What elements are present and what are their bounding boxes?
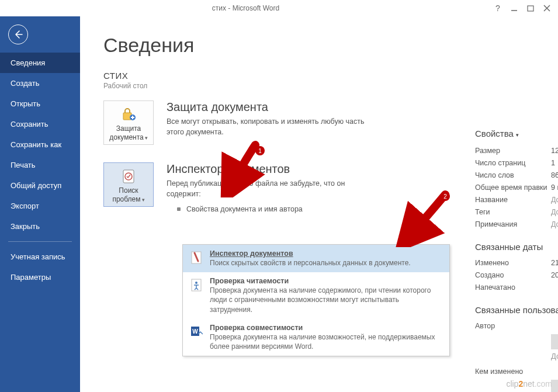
nav-share[interactable]: Общий доступ bbox=[0, 175, 80, 196]
property-label: Название bbox=[475, 196, 551, 204]
inspect-desc: Перед публикацией этого файла не забудьт… bbox=[167, 178, 377, 199]
nav-account[interactable]: Учетная запись bbox=[0, 247, 80, 267]
property-row: Размер12,0Кбайт bbox=[475, 144, 558, 157]
minimize-button[interactable] bbox=[508, 2, 521, 15]
restore-button[interactable] bbox=[524, 2, 537, 15]
document-name: СТИХ bbox=[103, 71, 542, 81]
dropdown-inspector-desc: Поиск скрытых свойств и персональных дан… bbox=[210, 258, 443, 268]
svg-rect-1 bbox=[528, 6, 533, 11]
dropdown-accessibility[interactable]: Проверка читаемости Проверка документа н… bbox=[183, 272, 449, 319]
add-author[interactable]: Добавить ав... bbox=[551, 352, 558, 360]
dropdown-compatibility-desc: Проверка документа на наличие возможност… bbox=[210, 332, 443, 351]
property-row: ТегиДобавьте тег bbox=[475, 206, 558, 218]
date-row: Напечатано bbox=[475, 281, 558, 293]
nav-new[interactable]: Создать bbox=[0, 73, 80, 93]
author-label: Автор bbox=[475, 322, 551, 330]
dropdown-inspector[interactable]: Инспектор документов Поиск скрытых свойс… bbox=[183, 245, 449, 272]
back-button[interactable] bbox=[8, 25, 28, 44]
page-title: Сведения bbox=[103, 34, 542, 57]
property-label: Число страниц bbox=[475, 159, 551, 167]
property-label: Размер bbox=[475, 147, 551, 155]
property-value[interactable]: Добавьте тег bbox=[551, 208, 558, 216]
close-button[interactable] bbox=[540, 2, 553, 15]
date-row: Создано20.11.2014 17:56 bbox=[475, 269, 558, 281]
bullet-icon bbox=[177, 207, 181, 211]
dropdown-inspector-title: Инспектор документов bbox=[210, 249, 443, 258]
date-label: Напечатано bbox=[475, 283, 551, 292]
lock-icon bbox=[106, 105, 151, 124]
changed-by-label: Кем изменено bbox=[475, 367, 551, 376]
inspect-heading: Инспектор документов bbox=[167, 162, 377, 176]
watermark: clip2net.com bbox=[506, 379, 552, 388]
check-issues-tile[interactable]: Поиск проблем▾ bbox=[103, 162, 154, 207]
chevron-down-icon: ▾ bbox=[516, 132, 519, 138]
dates-header: Связанные даты bbox=[475, 242, 558, 252]
property-value: 12,0Кбайт bbox=[551, 147, 558, 155]
property-row: ПримечанияДобавить пр... bbox=[475, 218, 558, 230]
document-location: Рабочий стол bbox=[103, 82, 542, 90]
dropdown-compatibility-title: Проверка совместимости bbox=[210, 324, 443, 332]
date-value: 21.11.2014 12:08 bbox=[551, 259, 558, 267]
dropdown-accessibility-title: Проверка читаемости bbox=[210, 277, 443, 285]
nav-print[interactable]: Печать bbox=[0, 155, 80, 175]
nav-save[interactable]: Сохранить bbox=[0, 114, 80, 134]
properties-header[interactable]: Свойства ▾ bbox=[475, 129, 558, 138]
nav-close[interactable]: Закрыть bbox=[0, 216, 80, 237]
property-value[interactable]: Добавить наз... bbox=[551, 196, 558, 204]
annotation-badge-1: 1 bbox=[255, 146, 265, 155]
users-header: Связанные пользователи bbox=[475, 305, 558, 315]
dropdown-compatibility[interactable]: W Проверка совместимости Проверка докуме… bbox=[183, 319, 449, 356]
property-value: 9 мин bbox=[551, 183, 558, 192]
help-button[interactable]: ? bbox=[491, 2, 504, 15]
inspector-icon bbox=[189, 249, 204, 268]
avatar-icon bbox=[551, 334, 558, 349]
check-issues-dropdown: Инспектор документов Поиск скрытых свойс… bbox=[182, 244, 450, 356]
back-arrow-icon bbox=[13, 29, 23, 40]
date-value: 20.11.2014 17:56 bbox=[551, 271, 558, 279]
nav-export[interactable]: Экспорт bbox=[0, 196, 80, 216]
property-value: 1 bbox=[551, 159, 555, 167]
check-issues-icon bbox=[106, 166, 151, 186]
nav-info[interactable]: Сведения bbox=[0, 53, 80, 73]
svg-text:W: W bbox=[192, 328, 198, 335]
inspect-bullet: Свойства документа и имя автора bbox=[186, 204, 303, 214]
date-label: Изменено bbox=[475, 259, 551, 267]
protect-tile-label: Защита документа bbox=[109, 124, 144, 141]
property-row: Число слов86 bbox=[475, 169, 558, 181]
property-row: НазваниеДобавить наз... bbox=[475, 193, 558, 206]
property-label: Число слов bbox=[475, 171, 551, 179]
property-row: Общее время правки9 мин bbox=[475, 181, 558, 193]
property-label: Примечания bbox=[475, 220, 551, 228]
property-row: Число страниц1 bbox=[475, 157, 558, 169]
svg-rect-7 bbox=[131, 117, 134, 118]
property-label: Теги bbox=[475, 208, 551, 216]
nav-open[interactable]: Открыть bbox=[0, 93, 80, 114]
nav-divider bbox=[8, 241, 72, 242]
svg-point-13 bbox=[195, 282, 197, 284]
protect-heading: Защита документа bbox=[167, 100, 377, 114]
date-row: Изменено21.11.2014 12:08 bbox=[475, 256, 558, 269]
protect-document-tile[interactable]: Защита документа▾ bbox=[103, 100, 154, 145]
nav-options[interactable]: Параметры bbox=[0, 267, 80, 287]
property-value[interactable]: Добавить пр... bbox=[551, 220, 558, 228]
chevron-down-icon: ▾ bbox=[142, 197, 145, 203]
backstage-sidebar: Сведения Создать Открыть Сохранить Сохра… bbox=[0, 16, 80, 392]
chevron-down-icon: ▾ bbox=[145, 135, 148, 141]
property-value: 86 bbox=[551, 171, 558, 179]
accessibility-icon bbox=[189, 277, 204, 314]
nav-save-as[interactable]: Сохранить как bbox=[0, 134, 80, 155]
check-issues-label: Поиск проблем bbox=[112, 186, 140, 203]
author-entry[interactable]: Admin bbox=[551, 334, 558, 349]
date-label: Создано bbox=[475, 271, 551, 279]
window-title: стих - Microsoft Word bbox=[0, 4, 491, 12]
protect-desc: Все могут открывать, копировать и изменя… bbox=[167, 116, 377, 137]
dropdown-accessibility-desc: Проверка документа на наличие содержимог… bbox=[210, 286, 443, 314]
property-label: Общее время правки bbox=[475, 183, 551, 192]
compatibility-icon: W bbox=[189, 324, 204, 351]
